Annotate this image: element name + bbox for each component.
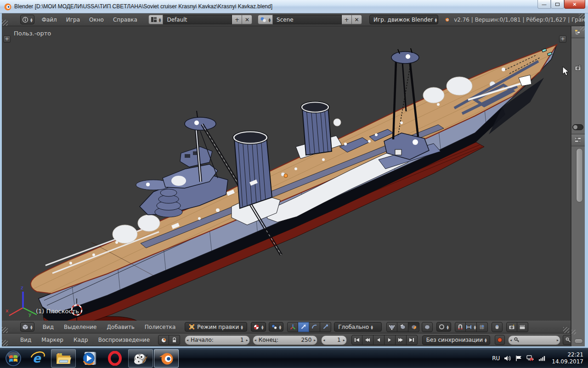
area-resize-grip[interactable] (563, 327, 569, 333)
volume-icon[interactable] (504, 355, 511, 362)
screen-layout-icon (151, 17, 157, 23)
maximize-button[interactable] (551, 0, 564, 9)
taskbar-wmp-button[interactable] (77, 349, 102, 368)
signal-bars-icon[interactable] (538, 355, 546, 361)
ship-model: x y z (2, 26, 585, 321)
play-button[interactable] (384, 335, 396, 345)
add-layout-button[interactable]: + (232, 15, 242, 24)
prev-keyframe-button[interactable] (362, 335, 373, 345)
outliner-body[interactable] (571, 38, 585, 134)
current-frame-field[interactable]: 1 (321, 335, 346, 345)
area-resize-grip[interactable] (2, 327, 8, 333)
menu-marker[interactable]: Маркер (37, 337, 68, 343)
edit-normals-button[interactable] (492, 322, 503, 332)
menu-game[interactable]: Игра (62, 17, 85, 23)
pivot-point-icon (271, 324, 277, 330)
delete-layout-button[interactable]: ✕ (242, 15, 252, 24)
menu-window[interactable]: Окно (85, 17, 108, 23)
taskbar-opera-button[interactable] (102, 349, 127, 368)
layout-icon-button[interactable] (148, 15, 164, 24)
properties-body[interactable] (571, 146, 585, 346)
edge-select-button[interactable] (397, 322, 408, 332)
taskbar-ie-button[interactable]: e (25, 349, 50, 368)
jump-to-end-button[interactable] (407, 335, 418, 345)
horizontal-scrollbar[interactable] (574, 339, 583, 344)
menu-select[interactable]: Выделение (59, 324, 101, 330)
properties-icon (575, 137, 582, 143)
area-resize-grip[interactable] (2, 20, 8, 26)
next-keyframe-button[interactable] (396, 335, 407, 345)
render-engine-value: Игр. движок Blender (373, 17, 433, 23)
proportional-edit-dropdown[interactable] (436, 322, 451, 332)
snap-element-button[interactable] (466, 322, 477, 332)
scene-name-field[interactable]: Scene (273, 15, 342, 24)
proportional-edit-icon (439, 324, 445, 330)
sync-dropdown[interactable]: Без синхронизации (422, 335, 490, 345)
menu-view[interactable]: Вид (16, 337, 36, 343)
opengl-render-image-button[interactable] (506, 322, 517, 332)
area-resize-grip[interactable] (2, 340, 8, 346)
snap-toggle-button[interactable] (455, 322, 466, 332)
delete-scene-button[interactable]: ✕ (352, 15, 362, 24)
vertex-select-button[interactable] (386, 322, 397, 332)
taskbar-explorer-button[interactable] (51, 349, 76, 368)
occlude-geometry-button[interactable] (422, 322, 433, 332)
area-resize-grip[interactable] (571, 330, 576, 334)
snap-grid-align-button[interactable] (477, 322, 488, 332)
minimize-button[interactable]: — (537, 0, 551, 9)
auto-keyframe-button[interactable] (495, 335, 505, 345)
properties-scrollbar[interactable] (576, 148, 583, 202)
view3d-editor-icon (22, 324, 28, 330)
scene-icon-button[interactable] (258, 15, 273, 24)
play-reverse-button[interactable] (373, 335, 384, 345)
add-scene-button[interactable]: + (342, 15, 352, 24)
rotate-manipulator-button[interactable] (309, 322, 320, 332)
editor-type-button[interactable] (20, 322, 34, 332)
taskbar-blender-button[interactable] (154, 349, 179, 368)
tray-clock[interactable]: 22:21 14.09.2017 (552, 351, 583, 365)
taskbar-gimp-button[interactable] (128, 349, 153, 368)
outliner-toggle[interactable] (572, 124, 583, 130)
shading-dropdown[interactable] (251, 322, 266, 332)
toolshelf-expand-button[interactable]: + (3, 35, 11, 43)
system-tray: RU 22:21 14.09.2017 (492, 351, 588, 365)
action-center-flag-icon[interactable] (515, 355, 522, 362)
properties-expand-button[interactable]: + (559, 35, 566, 43)
menu-help[interactable]: Справка (108, 17, 142, 23)
scene-selector: Scene + ✕ (258, 15, 362, 24)
time-display-button[interactable] (158, 335, 169, 345)
lock-button[interactable] (169, 335, 180, 345)
mode-dropdown[interactable]: Режим правки (185, 322, 247, 332)
language-indicator[interactable]: RU (492, 355, 500, 362)
menu-playback[interactable]: Воспроизведение (94, 337, 154, 343)
keying-set-field[interactable] (508, 335, 560, 345)
network-disconnected-icon[interactable] (526, 355, 534, 362)
internet-explorer-icon: e (30, 351, 45, 366)
manipulator-toggle-button[interactable] (287, 322, 298, 332)
window-titlebar[interactable]: Blender [D:\МОИ МОДЕЛИ\USSA\ТИП СВЕТЛАНА… (0, 0, 588, 13)
menu-add[interactable]: Добавить (102, 324, 139, 330)
pivot-dropdown[interactable] (269, 322, 284, 332)
translate-manipulator-button[interactable] (298, 322, 309, 332)
close-button[interactable]: ✕ (564, 0, 585, 9)
frame-end-field[interactable]: Конец: 250 (253, 335, 318, 345)
scale-manipulator-button[interactable] (320, 322, 331, 332)
area-resize-grip[interactable] (579, 14, 585, 20)
frame-start-field[interactable]: Начало: 1 (185, 335, 250, 345)
render-engine-dropdown[interactable]: Игр. движок Blender (369, 15, 438, 24)
properties-header[interactable] (571, 134, 585, 146)
menu-view[interactable]: Вид (38, 324, 58, 330)
editor-type-button[interactable] (20, 15, 34, 24)
area-resize-grip[interactable] (580, 26, 585, 31)
jump-to-start-button[interactable] (351, 335, 362, 345)
start-button[interactable] (4, 349, 23, 368)
menu-file[interactable]: Файл (37, 17, 62, 23)
face-select-button[interactable] (408, 322, 419, 332)
menu-mesh[interactable]: Полисетка (140, 324, 180, 330)
orientation-dropdown[interactable]: Глобально (334, 322, 382, 332)
outliner-header[interactable] (571, 26, 585, 38)
opengl-render-anim-button[interactable] (517, 322, 528, 332)
viewport-3d[interactable]: x y z Польз.-орто (1) Плоскость + + (2, 26, 585, 321)
menu-frame[interactable]: Кадр (69, 337, 93, 343)
layout-name-field[interactable]: Default (163, 15, 232, 24)
